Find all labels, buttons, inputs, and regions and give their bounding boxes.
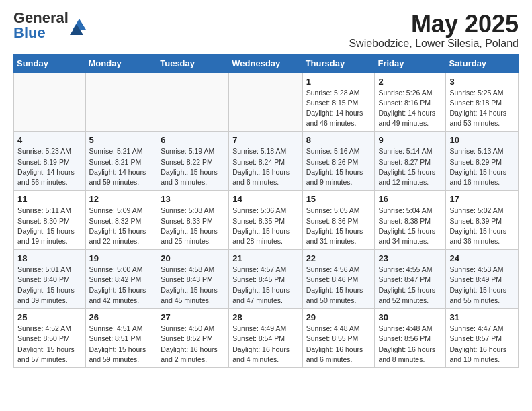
week-row-1: 4Sunrise: 5:23 AM Sunset: 8:19 PM Daylig…	[14, 132, 519, 191]
calendar-title: May 2025	[349, 11, 519, 38]
week-row-2: 11Sunrise: 5:11 AM Sunset: 8:30 PM Dayli…	[14, 191, 519, 250]
calendar-page: General Blue May 2025 Swiebodzice, Lower…	[0, 0, 532, 379]
logo-blue: Blue	[13, 24, 46, 41]
day-info: Sunrise: 5:16 AM Sunset: 8:26 PM Dayligh…	[306, 146, 371, 187]
day-number: 24	[449, 253, 515, 263]
day-info: Sunrise: 5:21 AM Sunset: 8:21 PM Dayligh…	[89, 146, 154, 187]
calendar-subtitle: Swiebodzice, Lower Silesia, Poland	[349, 38, 519, 50]
calendar-cell: 3Sunrise: 5:25 AM Sunset: 8:18 PM Daylig…	[446, 73, 519, 132]
day-info: Sunrise: 4:48 AM Sunset: 8:55 PM Dayligh…	[306, 324, 371, 365]
calendar-cell: 17Sunrise: 5:02 AM Sunset: 8:39 PM Dayli…	[446, 191, 519, 250]
day-number: 29	[306, 312, 371, 322]
day-info: Sunrise: 5:18 AM Sunset: 8:24 PM Dayligh…	[232, 146, 298, 187]
calendar-cell	[229, 73, 302, 132]
day-number: 17	[449, 194, 515, 204]
day-number: 30	[378, 312, 442, 322]
calendar-cell: 30Sunrise: 4:48 AM Sunset: 8:56 PM Dayli…	[375, 309, 446, 368]
day-number: 18	[17, 253, 82, 263]
title-block: May 2025 Swiebodzice, Lower Silesia, Pol…	[349, 11, 519, 50]
day-number: 19	[89, 253, 154, 263]
calendar-cell: 1Sunrise: 5:28 AM Sunset: 8:15 PM Daylig…	[302, 73, 375, 132]
calendar-cell: 29Sunrise: 4:48 AM Sunset: 8:55 PM Dayli…	[302, 309, 375, 368]
day-number: 15	[306, 194, 371, 204]
day-info: Sunrise: 5:23 AM Sunset: 8:19 PM Dayligh…	[17, 146, 82, 187]
calendar-cell: 14Sunrise: 5:06 AM Sunset: 8:35 PM Dayli…	[229, 191, 302, 250]
weekday-header-monday: Monday	[85, 54, 157, 73]
calendar-cell: 9Sunrise: 5:14 AM Sunset: 8:27 PM Daylig…	[375, 132, 446, 191]
week-row-3: 18Sunrise: 5:01 AM Sunset: 8:40 PM Dayli…	[14, 250, 519, 309]
calendar-cell	[14, 73, 86, 132]
calendar-cell	[157, 73, 229, 132]
weekday-header-sunday: Sunday	[14, 54, 86, 73]
weekday-header-tuesday: Tuesday	[157, 54, 229, 73]
header: General Blue May 2025 Swiebodzice, Lower…	[13, 11, 519, 50]
day-number: 25	[17, 312, 82, 322]
day-number: 2	[378, 77, 442, 87]
day-number: 26	[89, 312, 154, 322]
day-number: 7	[232, 135, 298, 145]
day-info: Sunrise: 4:56 AM Sunset: 8:46 PM Dayligh…	[306, 265, 371, 306]
day-info: Sunrise: 5:26 AM Sunset: 8:16 PM Dayligh…	[378, 88, 442, 129]
logo: General Blue	[13, 11, 89, 40]
day-info: Sunrise: 4:47 AM Sunset: 8:57 PM Dayligh…	[449, 324, 515, 365]
day-number: 31	[449, 312, 515, 322]
calendar-cell: 11Sunrise: 5:11 AM Sunset: 8:30 PM Dayli…	[14, 191, 86, 250]
day-info: Sunrise: 5:02 AM Sunset: 8:39 PM Dayligh…	[449, 205, 515, 246]
calendar-cell: 13Sunrise: 5:08 AM Sunset: 8:33 PM Dayli…	[157, 191, 229, 250]
day-info: Sunrise: 5:11 AM Sunset: 8:30 PM Dayligh…	[17, 205, 82, 246]
day-number: 6	[161, 135, 225, 145]
calendar-cell: 18Sunrise: 5:01 AM Sunset: 8:40 PM Dayli…	[14, 250, 86, 309]
day-number: 8	[306, 135, 371, 145]
calendar-cell: 31Sunrise: 4:47 AM Sunset: 8:57 PM Dayli…	[446, 309, 519, 368]
day-number: 22	[306, 253, 371, 263]
weekday-header-saturday: Saturday	[446, 54, 519, 73]
calendar-cell: 23Sunrise: 4:55 AM Sunset: 8:47 PM Dayli…	[375, 250, 446, 309]
day-info: Sunrise: 5:05 AM Sunset: 8:36 PM Dayligh…	[306, 205, 371, 246]
day-info: Sunrise: 4:50 AM Sunset: 8:52 PM Dayligh…	[161, 324, 225, 365]
day-info: Sunrise: 5:08 AM Sunset: 8:33 PM Dayligh…	[161, 205, 225, 246]
day-info: Sunrise: 5:06 AM Sunset: 8:35 PM Dayligh…	[232, 205, 298, 246]
calendar-cell: 2Sunrise: 5:26 AM Sunset: 8:16 PM Daylig…	[375, 73, 446, 132]
day-number: 1	[306, 77, 371, 87]
day-info: Sunrise: 5:00 AM Sunset: 8:42 PM Dayligh…	[89, 265, 154, 306]
day-number: 16	[378, 194, 442, 204]
calendar-cell: 28Sunrise: 4:49 AM Sunset: 8:54 PM Dayli…	[229, 309, 302, 368]
day-number: 12	[89, 194, 154, 204]
weekday-header-wednesday: Wednesday	[229, 54, 302, 73]
day-info: Sunrise: 5:28 AM Sunset: 8:15 PM Dayligh…	[306, 88, 371, 129]
calendar-cell: 24Sunrise: 4:53 AM Sunset: 8:49 PM Dayli…	[446, 250, 519, 309]
calendar-table: SundayMondayTuesdayWednesdayThursdayFrid…	[13, 54, 519, 368]
calendar-cell: 10Sunrise: 5:13 AM Sunset: 8:29 PM Dayli…	[446, 132, 519, 191]
day-number: 28	[232, 312, 298, 322]
day-number: 10	[449, 135, 515, 145]
day-info: Sunrise: 5:01 AM Sunset: 8:40 PM Dayligh…	[17, 265, 82, 306]
day-number: 13	[161, 194, 225, 204]
day-info: Sunrise: 4:49 AM Sunset: 8:54 PM Dayligh…	[232, 324, 298, 365]
day-number: 23	[378, 253, 442, 263]
day-info: Sunrise: 5:04 AM Sunset: 8:38 PM Dayligh…	[378, 205, 442, 246]
day-info: Sunrise: 4:48 AM Sunset: 8:56 PM Dayligh…	[378, 324, 442, 365]
calendar-cell: 12Sunrise: 5:09 AM Sunset: 8:32 PM Dayli…	[85, 191, 157, 250]
weekday-header-friday: Friday	[375, 54, 446, 73]
week-row-0: 1Sunrise: 5:28 AM Sunset: 8:15 PM Daylig…	[14, 73, 519, 132]
day-number: 14	[232, 194, 298, 204]
day-number: 20	[161, 253, 225, 263]
calendar-cell: 21Sunrise: 4:57 AM Sunset: 8:45 PM Dayli…	[229, 250, 302, 309]
calendar-cell: 7Sunrise: 5:18 AM Sunset: 8:24 PM Daylig…	[229, 132, 302, 191]
day-info: Sunrise: 4:53 AM Sunset: 8:49 PM Dayligh…	[449, 265, 515, 306]
day-info: Sunrise: 5:14 AM Sunset: 8:27 PM Dayligh…	[378, 146, 442, 187]
week-row-4: 25Sunrise: 4:52 AM Sunset: 8:50 PM Dayli…	[14, 309, 519, 368]
day-number: 5	[89, 135, 154, 145]
calendar-cell	[85, 73, 157, 132]
day-number: 4	[17, 135, 82, 145]
calendar-cell: 5Sunrise: 5:21 AM Sunset: 8:21 PM Daylig…	[85, 132, 157, 191]
logo-icon	[70, 16, 89, 35]
day-number: 3	[449, 77, 515, 87]
calendar-cell: 4Sunrise: 5:23 AM Sunset: 8:19 PM Daylig…	[14, 132, 86, 191]
day-info: Sunrise: 4:55 AM Sunset: 8:47 PM Dayligh…	[378, 265, 442, 306]
calendar-cell: 25Sunrise: 4:52 AM Sunset: 8:50 PM Dayli…	[14, 309, 86, 368]
day-info: Sunrise: 5:25 AM Sunset: 8:18 PM Dayligh…	[449, 88, 515, 129]
day-info: Sunrise: 5:19 AM Sunset: 8:22 PM Dayligh…	[161, 146, 225, 187]
calendar-cell: 15Sunrise: 5:05 AM Sunset: 8:36 PM Dayli…	[302, 191, 375, 250]
day-info: Sunrise: 4:58 AM Sunset: 8:43 PM Dayligh…	[161, 265, 225, 306]
